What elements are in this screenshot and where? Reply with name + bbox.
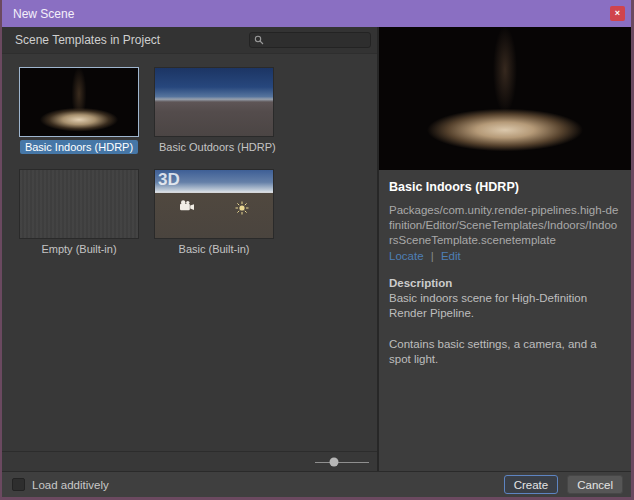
link-separator: |	[431, 250, 434, 262]
load-additively-label: Load additively	[32, 479, 109, 491]
sun-icon	[235, 201, 249, 215]
description-text-1: Basic indoors scene for High-Definition …	[389, 291, 620, 322]
details-title: Basic Indoors (HDRP)	[389, 180, 620, 194]
template-item-basic-indoors-hdrp[interactable]: Basic Indoors (HDRP)	[19, 67, 139, 155]
template-label: Basic Indoors (HDRP)	[20, 140, 138, 154]
locate-link[interactable]: Locate	[389, 250, 424, 262]
template-thumbnail-basic-3d[interactable]: 3D	[154, 169, 274, 239]
description-heading: Description	[389, 277, 620, 289]
footer-buttons: Create Cancel	[504, 475, 623, 494]
search-icon	[254, 35, 264, 45]
thumbnail-size-slider-thumb[interactable]	[329, 457, 338, 466]
template-asset-path: Packages/com.unity.render-pipelines.high…	[389, 203, 620, 249]
close-button[interactable]: ×	[610, 6, 625, 21]
template-details-panel: Basic Indoors (HDRP) Packages/com.unity.…	[379, 27, 631, 471]
template-label: Basic (Built-in)	[174, 242, 255, 256]
cancel-button[interactable]: Cancel	[567, 475, 623, 494]
camera-icon	[179, 200, 195, 212]
title-bar[interactable]: New Scene ×	[2, 0, 631, 27]
template-thumbnail-outdoors-sky[interactable]	[154, 67, 274, 137]
dialog-content: Scene Templates in Project Basic Indoors…	[2, 27, 631, 471]
templates-panel-header: Scene Templates in Project	[2, 27, 377, 54]
close-icon: ×	[615, 7, 620, 20]
template-details: Basic Indoors (HDRP) Packages/com.unity.…	[379, 170, 631, 368]
load-additively-checkbox[interactable]	[12, 478, 25, 491]
search-input[interactable]	[264, 34, 366, 46]
create-button[interactable]: Create	[504, 475, 559, 494]
template-item-empty-builtin[interactable]: Empty (Built-in)	[19, 169, 139, 257]
search-box[interactable]	[249, 32, 371, 48]
template-label: Basic Outdoors (HDRP)	[154, 140, 281, 154]
slider-track[interactable]	[315, 462, 369, 463]
template-preview-image	[379, 27, 631, 170]
panel-header-title: Scene Templates in Project	[15, 33, 249, 47]
template-item-basic-outdoors-hdrp[interactable]: Basic Outdoors (HDRP)	[154, 67, 274, 155]
new-scene-dialog: New Scene × Scene Templates in Project	[0, 0, 634, 500]
thumbnail-size-slider[interactable]	[315, 456, 369, 468]
template-grid: Basic Indoors (HDRP) Basic Outdoors (HDR…	[2, 54, 377, 451]
3d-badge: 3D	[158, 170, 180, 190]
scene-templates-panel: Scene Templates in Project Basic Indoors…	[2, 27, 379, 471]
edit-link[interactable]: Edit	[441, 250, 461, 262]
template-thumbnail-indoors-spotlight[interactable]	[19, 67, 139, 137]
template-thumbnail-empty[interactable]	[19, 169, 139, 239]
load-additively-option[interactable]: Load additively	[12, 478, 109, 491]
details-links: Locate | Edit	[389, 250, 620, 262]
dialog-footer: Load additively Create Cancel	[2, 471, 631, 497]
thumbnail-size-row	[2, 451, 377, 471]
template-label: Empty (Built-in)	[36, 242, 121, 256]
description-text-2: Contains basic settings, a camera, and a…	[389, 337, 620, 368]
window-title: New Scene	[13, 7, 74, 21]
template-item-basic-builtin[interactable]: 3D	[154, 169, 274, 257]
